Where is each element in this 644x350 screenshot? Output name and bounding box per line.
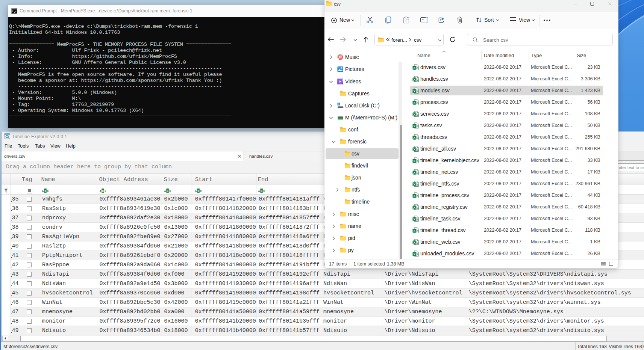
svg-text:a: a <box>417 66 419 70</box>
svg-text:a: a <box>417 77 419 81</box>
svg-text:X: X <box>413 89 415 93</box>
svg-text:X: X <box>413 113 415 116</box>
svg-text:a: a <box>417 252 419 256</box>
svg-text:X: X <box>413 124 415 128</box>
svg-text:C: C <box>200 190 202 192</box>
svg-text:X: X <box>413 136 415 140</box>
svg-text:a: a <box>417 205 419 210</box>
svg-text:A: A <box>42 190 44 192</box>
svg-text:X: X <box>413 206 415 210</box>
svg-text:X: X <box>413 229 415 233</box>
svg-text:X: X <box>413 101 415 105</box>
svg-text:X: X <box>413 171 415 175</box>
svg-text:X: X <box>413 194 415 198</box>
svg-text:C:\: C:\ <box>12 10 16 13</box>
svg-text:C: C <box>169 190 171 192</box>
svg-text:a: a <box>417 240 419 244</box>
svg-text:a: a <box>417 194 419 198</box>
svg-text:X: X <box>413 78 415 81</box>
svg-text:X: X <box>413 159 415 163</box>
svg-text:a: a <box>417 147 419 151</box>
svg-text:X: X <box>413 252 415 256</box>
svg-text:C: C <box>47 190 48 192</box>
svg-text:a: a <box>417 124 419 128</box>
svg-text:X: X <box>413 66 415 70</box>
svg-text:a: a <box>417 229 419 233</box>
svg-text:C: C <box>263 190 265 192</box>
svg-text:A: A <box>100 190 101 192</box>
svg-text:A: A <box>164 190 166 192</box>
svg-text:a: a <box>417 170 419 175</box>
svg-text:X: X <box>413 183 415 186</box>
svg-text:X: X <box>413 217 415 221</box>
svg-text:X: X <box>413 241 415 244</box>
svg-text:X: X <box>413 148 415 151</box>
svg-text:C: C <box>105 190 106 192</box>
svg-text:a: a <box>417 182 419 186</box>
svg-text:a: a <box>417 159 419 163</box>
svg-text:a: a <box>417 136 419 140</box>
svg-text:a: a <box>417 101 419 105</box>
svg-text:a: a <box>417 112 419 116</box>
svg-text:a: a <box>417 89 419 93</box>
svg-text:A: A <box>258 190 260 192</box>
svg-text:A: A <box>195 190 197 192</box>
svg-text:a: a <box>417 217 419 221</box>
